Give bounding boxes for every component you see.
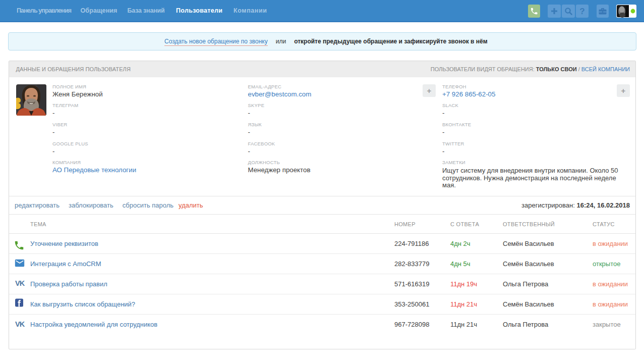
svg-text:?: ? [579,7,584,16]
svg-text:VK: VK [15,321,25,328]
svg-text:VK: VK [15,280,25,287]
